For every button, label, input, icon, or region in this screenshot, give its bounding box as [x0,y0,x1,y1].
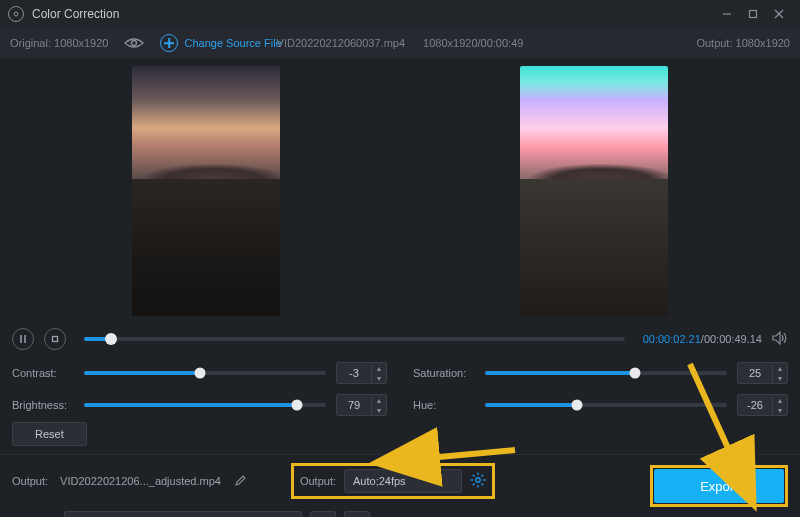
reset-button[interactable]: Reset [12,422,87,446]
contrast-value-box[interactable]: -3▲▼ [336,362,387,384]
svg-rect-8 [53,337,58,342]
brightness-slider[interactable] [84,403,326,407]
svg-line-15 [482,483,484,485]
output-filename: VID2022021206..._adjusted.mp4 [60,475,221,487]
window-title: Color Correction [32,7,119,21]
info-bar: Original: 1080x1920 Change Source File V… [0,28,800,58]
preview-adjusted [520,66,668,316]
svg-line-14 [473,474,475,476]
output-filename-label: Output: [12,475,48,487]
time-display: 00:00:02.21/00:00:49.14 [643,333,762,345]
contrast-slider[interactable] [84,371,326,375]
output-settings-icon[interactable] [470,472,486,491]
output-format-highlight: Output: Auto;24fps [291,463,495,499]
brightness-label: Brightness: [12,399,74,411]
preview-original [132,66,280,316]
svg-line-17 [473,483,475,485]
save-path-dropdown[interactable]: ▼ [310,511,336,517]
output-format-box: Auto;24fps [344,469,462,493]
stepper-up-icon: ▲ [372,363,386,373]
titlebar: Color Correction [0,0,800,28]
hue-slider[interactable] [485,403,727,407]
export-button[interactable]: Export [654,469,784,503]
edit-filename-icon[interactable] [235,474,247,489]
output-format-label: Output: [300,475,336,487]
hue-row: Hue: -26▲▼ [413,394,788,416]
transport-bar: 00:00:02.21/00:00:49.14 [0,322,800,356]
preview-toggle-icon[interactable] [124,36,144,50]
stop-button[interactable] [44,328,66,350]
output-format-value: Auto;24fps [353,475,453,487]
source-meta: 1080x1920/00:00:49 [423,37,523,49]
svg-point-5 [132,41,137,46]
maximize-button[interactable] [740,1,766,27]
svg-rect-2 [750,11,757,18]
source-filename: VID20220212060037.mp4 [277,37,405,49]
contrast-row: Contrast: -3▲▼ [12,362,387,384]
original-resolution: 1080x1920 [54,37,108,49]
change-source-label: Change Source File [184,37,281,49]
preview-zone [0,58,800,322]
adjustments-panel: Contrast: -3▲▼ Saturation: 25▲▼ Brightne… [0,356,800,418]
svg-line-16 [482,474,484,476]
output-label: Output: [696,37,732,49]
close-button[interactable] [766,1,792,27]
app-icon [8,6,24,22]
svg-point-9 [476,477,480,481]
brightness-row: Brightness: 79▲▼ [12,394,387,416]
save-path: C:\Vidmore\Vidmore Vi...rter\Color Corre… [64,511,302,517]
open-folder-button[interactable] [344,511,370,517]
brightness-value-box[interactable]: 79▲▼ [336,394,387,416]
plus-icon [160,34,178,52]
saturation-row: Saturation: 25▲▼ [413,362,788,384]
saturation-label: Saturation: [413,367,475,379]
stepper-down-icon: ▼ [372,373,386,383]
minimize-button[interactable] [714,1,740,27]
output-resolution: 1080x1920 [736,37,790,49]
hue-label: Hue: [413,399,475,411]
svg-point-0 [14,12,18,16]
time-current: 00:00:02.21 [643,333,701,345]
hue-value-box[interactable]: -26▲▼ [737,394,788,416]
saturation-slider[interactable] [485,371,727,375]
seek-slider[interactable] [84,337,625,341]
change-source-button[interactable]: Change Source File [160,34,281,52]
pause-button[interactable] [12,328,34,350]
time-total: 00:00:49.14 [704,333,762,345]
save-row: Save to: C:\Vidmore\Vidmore Vi...rter\Co… [0,507,800,517]
contrast-label: Contrast: [12,367,74,379]
saturation-value-box[interactable]: 25▲▼ [737,362,788,384]
volume-icon[interactable] [772,331,788,348]
original-label: Original: [10,37,51,49]
